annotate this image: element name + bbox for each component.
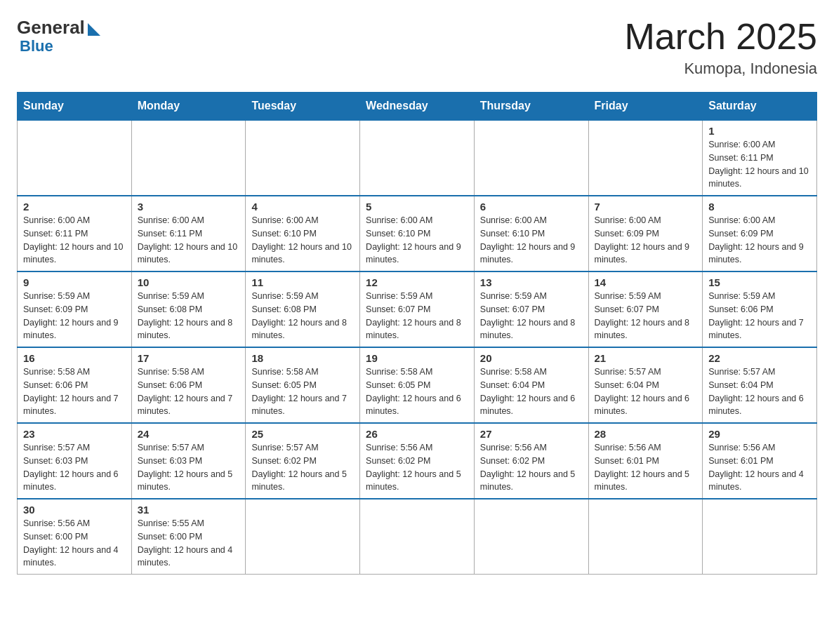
calendar-cell: 21Sunrise: 5:57 AMSunset: 6:04 PMDayligh… [588, 347, 703, 423]
day-info: Sunrise: 5:58 AMSunset: 6:06 PMDaylight:… [138, 365, 240, 418]
day-info: Sunrise: 5:59 AMSunset: 6:07 PMDaylight:… [366, 290, 468, 342]
day-info: Sunrise: 6:00 AMSunset: 6:10 PMDaylight:… [366, 214, 468, 267]
day-number: 23 [23, 428, 126, 440]
day-info: Sunrise: 5:57 AMSunset: 6:03 PMDaylight:… [23, 441, 126, 494]
week-row: 30Sunrise: 5:56 AMSunset: 6:00 PMDayligh… [18, 499, 817, 575]
calendar-cell: 14Sunrise: 5:59 AMSunset: 6:07 PMDayligh… [588, 271, 703, 347]
logo-general-text: General [17, 17, 85, 39]
day-number: 19 [366, 352, 468, 364]
calendar-cell: 17Sunrise: 5:58 AMSunset: 6:06 PMDayligh… [131, 347, 246, 423]
calendar-cell: 11Sunrise: 5:59 AMSunset: 6:08 PMDayligh… [246, 271, 360, 347]
day-of-week-header: Tuesday [246, 93, 360, 121]
day-of-week-header: Saturday [703, 93, 817, 121]
day-info: Sunrise: 5:56 AMSunset: 6:02 PMDaylight:… [366, 441, 468, 494]
day-number: 30 [23, 504, 126, 516]
calendar-cell: 20Sunrise: 5:58 AMSunset: 6:04 PMDayligh… [474, 347, 588, 423]
calendar-cell: 4Sunrise: 6:00 AMSunset: 6:10 PMDaylight… [246, 196, 360, 271]
header-row: SundayMondayTuesdayWednesdayThursdayFrid… [18, 93, 817, 121]
calendar-cell [246, 499, 360, 575]
day-info: Sunrise: 5:58 AMSunset: 6:04 PMDaylight:… [480, 365, 583, 418]
calendar-cell [474, 499, 588, 575]
calendar-cell [246, 120, 360, 196]
day-info: Sunrise: 5:56 AMSunset: 6:02 PMDaylight:… [480, 441, 583, 494]
day-number: 3 [138, 201, 240, 213]
day-number: 14 [595, 276, 697, 288]
day-info: Sunrise: 6:00 AMSunset: 6:10 PMDaylight:… [480, 214, 583, 267]
day-info: Sunrise: 5:59 AMSunset: 6:07 PMDaylight:… [480, 290, 583, 342]
calendar-cell: 2Sunrise: 6:00 AMSunset: 6:11 PMDaylight… [18, 196, 132, 271]
calendar-cell: 27Sunrise: 5:56 AMSunset: 6:02 PMDayligh… [474, 423, 588, 499]
week-row: 1Sunrise: 6:00 AMSunset: 6:11 PMDaylight… [18, 120, 817, 196]
day-number: 7 [595, 201, 697, 213]
day-number: 6 [480, 201, 583, 213]
calendar-cell [360, 499, 475, 575]
calendar-cell: 9Sunrise: 5:59 AMSunset: 6:09 PMDaylight… [18, 271, 132, 347]
day-number: 29 [708, 428, 811, 440]
day-of-week-header: Thursday [474, 93, 588, 121]
day-info: Sunrise: 5:58 AMSunset: 6:05 PMDaylight:… [251, 365, 354, 418]
calendar-cell [588, 499, 703, 575]
day-info: Sunrise: 5:57 AMSunset: 6:03 PMDaylight:… [138, 441, 240, 494]
calendar-cell: 29Sunrise: 5:56 AMSunset: 6:01 PMDayligh… [703, 423, 817, 499]
day-number: 11 [251, 276, 354, 288]
logo-triangle-icon [88, 23, 100, 36]
day-number: 18 [251, 352, 354, 364]
calendar-cell: 15Sunrise: 5:59 AMSunset: 6:06 PMDayligh… [703, 271, 817, 347]
title-section: March 2025 Kumopa, Indonesia [624, 17, 817, 78]
calendar-cell: 13Sunrise: 5:59 AMSunset: 6:07 PMDayligh… [474, 271, 588, 347]
day-info: Sunrise: 5:57 AMSunset: 6:04 PMDaylight:… [595, 365, 697, 418]
calendar-cell: 8Sunrise: 6:00 AMSunset: 6:09 PMDaylight… [703, 196, 817, 271]
day-of-week-header: Friday [588, 93, 703, 121]
day-number: 20 [480, 352, 583, 364]
day-info: Sunrise: 6:00 AMSunset: 6:11 PMDaylight:… [708, 138, 811, 191]
day-info: Sunrise: 5:58 AMSunset: 6:06 PMDaylight:… [23, 365, 126, 418]
calendar-cell: 7Sunrise: 6:00 AMSunset: 6:09 PMDaylight… [588, 196, 703, 271]
calendar-cell [131, 120, 246, 196]
calendar-cell [588, 120, 703, 196]
page-header: General Blue March 2025 Kumopa, Indonesi… [17, 17, 817, 78]
calendar-cell [474, 120, 588, 196]
calendar-cell: 6Sunrise: 6:00 AMSunset: 6:10 PMDaylight… [474, 196, 588, 271]
day-of-week-header: Wednesday [360, 93, 475, 121]
day-number: 22 [708, 352, 811, 364]
calendar-cell: 3Sunrise: 6:00 AMSunset: 6:11 PMDaylight… [131, 196, 246, 271]
day-of-week-header: Monday [131, 93, 246, 121]
calendar-cell: 31Sunrise: 5:55 AMSunset: 6:00 PMDayligh… [131, 499, 246, 575]
calendar-cell: 24Sunrise: 5:57 AMSunset: 6:03 PMDayligh… [131, 423, 246, 499]
day-info: Sunrise: 5:59 AMSunset: 6:09 PMDaylight:… [23, 290, 126, 342]
calendar-cell: 1Sunrise: 6:00 AMSunset: 6:11 PMDaylight… [703, 120, 817, 196]
day-number: 13 [480, 276, 583, 288]
day-info: Sunrise: 6:00 AMSunset: 6:11 PMDaylight:… [23, 214, 126, 267]
week-row: 23Sunrise: 5:57 AMSunset: 6:03 PMDayligh… [18, 423, 817, 499]
calendar-cell: 23Sunrise: 5:57 AMSunset: 6:03 PMDayligh… [18, 423, 132, 499]
day-number: 28 [595, 428, 697, 440]
day-number: 27 [480, 428, 583, 440]
calendar-cell [18, 120, 132, 196]
day-info: Sunrise: 6:00 AMSunset: 6:09 PMDaylight:… [708, 214, 811, 267]
calendar-title: March 2025 [624, 17, 817, 57]
day-info: Sunrise: 6:00 AMSunset: 6:10 PMDaylight:… [251, 214, 354, 267]
day-info: Sunrise: 5:59 AMSunset: 6:08 PMDaylight:… [251, 290, 354, 342]
day-info: Sunrise: 5:57 AMSunset: 6:02 PMDaylight:… [251, 441, 354, 494]
day-number: 8 [708, 201, 811, 213]
day-number: 4 [251, 201, 354, 213]
day-info: Sunrise: 5:57 AMSunset: 6:04 PMDaylight:… [708, 365, 811, 418]
day-number: 31 [138, 504, 240, 516]
day-number: 17 [138, 352, 240, 364]
day-info: Sunrise: 5:59 AMSunset: 6:07 PMDaylight:… [595, 290, 697, 342]
day-number: 12 [366, 276, 468, 288]
day-number: 5 [366, 201, 468, 213]
calendar-cell: 16Sunrise: 5:58 AMSunset: 6:06 PMDayligh… [18, 347, 132, 423]
logo-blue-text: Blue [20, 37, 53, 55]
logo: General Blue [17, 17, 100, 55]
day-info: Sunrise: 5:56 AMSunset: 6:01 PMDaylight:… [595, 441, 697, 494]
calendar-cell: 10Sunrise: 5:59 AMSunset: 6:08 PMDayligh… [131, 271, 246, 347]
day-number: 26 [366, 428, 468, 440]
calendar-cell: 18Sunrise: 5:58 AMSunset: 6:05 PMDayligh… [246, 347, 360, 423]
day-number: 1 [708, 125, 811, 137]
week-row: 9Sunrise: 5:59 AMSunset: 6:09 PMDaylight… [18, 271, 817, 347]
week-row: 16Sunrise: 5:58 AMSunset: 6:06 PMDayligh… [18, 347, 817, 423]
day-info: Sunrise: 5:58 AMSunset: 6:05 PMDaylight:… [366, 365, 468, 418]
day-info: Sunrise: 5:59 AMSunset: 6:08 PMDaylight:… [138, 290, 240, 342]
day-info: Sunrise: 6:00 AMSunset: 6:11 PMDaylight:… [138, 214, 240, 267]
